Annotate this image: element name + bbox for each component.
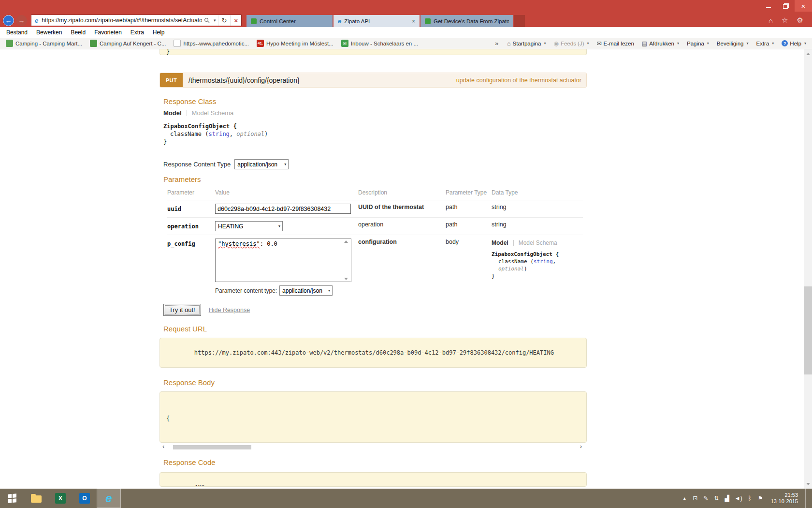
caret-down-icon: ▾ bbox=[707, 41, 709, 45]
tab-close-icon[interactable]: × bbox=[412, 18, 415, 25]
favorite-label: Camping - Camping Mart... bbox=[15, 41, 82, 46]
command-security-button[interactable]: Beveiliging ▾ bbox=[713, 41, 753, 46]
file-explorer-button[interactable] bbox=[24, 489, 48, 508]
back-button[interactable]: ← bbox=[3, 15, 14, 26]
scroll-left-icon[interactable]: ‹ bbox=[162, 443, 164, 449]
operation-select[interactable]: HEATING ▾ bbox=[215, 221, 283, 231]
model-schema-tab[interactable]: Model Schema bbox=[519, 239, 557, 246]
command-label: E-mail lezen bbox=[604, 41, 634, 46]
operation-path[interactable]: /thermostats/{uuid}/config/{operation} bbox=[188, 76, 300, 84]
settings-button[interactable]: ⚙ bbox=[797, 16, 803, 25]
restore-button[interactable] bbox=[777, 0, 795, 12]
favorites-overflow-button[interactable]: » bbox=[490, 40, 503, 47]
scrollbar-thumb[interactable] bbox=[173, 445, 251, 449]
outlook-button[interactable]: O bbox=[72, 489, 97, 508]
excel-icon: X bbox=[55, 493, 66, 504]
param-data-type: string bbox=[492, 200, 583, 218]
property-optional: optional bbox=[236, 131, 264, 137]
p-config-textarea[interactable]: "hysteresis": 0.0 bbox=[215, 239, 351, 282]
try-it-out-button[interactable]: Try it out! bbox=[163, 304, 201, 316]
vertical-scrollbar[interactable] bbox=[804, 49, 812, 489]
command-help-button[interactable]: ? Help ▾ bbox=[778, 40, 810, 46]
tab-control-center[interactable]: Control Center bbox=[246, 15, 333, 27]
scrollbar-thumb[interactable] bbox=[804, 286, 812, 374]
command-page-button[interactable]: Pagina ▾ bbox=[683, 41, 713, 46]
hidden-icons-button[interactable]: ▴ bbox=[682, 495, 688, 502]
start-button[interactable] bbox=[0, 489, 24, 508]
display-icon[interactable]: ⊡ bbox=[692, 495, 698, 502]
response-content-type-select[interactable]: application/json ▾ bbox=[234, 159, 289, 169]
favorite-inbouw-schakelaars[interactable]: ✉ Inbouw - Schakelaars en ... bbox=[337, 38, 422, 49]
favorite-pahedomotic[interactable]: https--www.pahedomotic... bbox=[170, 38, 253, 49]
model-tab[interactable]: Model bbox=[492, 239, 508, 246]
taskbar-clock[interactable]: 21:53 13-10-2015 bbox=[771, 492, 798, 505]
menu-favorieten[interactable]: Favorieten bbox=[90, 29, 126, 36]
favorite-camping-mart[interactable]: Camping - Camping Mart... bbox=[2, 38, 86, 49]
search-icon[interactable] bbox=[202, 17, 212, 23]
new-tab-button[interactable] bbox=[514, 15, 525, 27]
volume-icon[interactable]: ◄) bbox=[735, 495, 742, 502]
excel-button[interactable]: X bbox=[48, 489, 72, 508]
textarea-scrollbar[interactable] bbox=[343, 240, 349, 280]
favicon-icon bbox=[90, 40, 97, 47]
address-bar[interactable]: e https://my.zipato.com/zipato-web/api/#… bbox=[31, 15, 242, 26]
scroll-up-icon[interactable] bbox=[804, 50, 812, 58]
favorites-button[interactable]: ☆ bbox=[782, 16, 788, 25]
parameter-content-type-select[interactable]: application/json ▾ bbox=[279, 285, 333, 296]
menu-bestand[interactable]: Bestand bbox=[2, 29, 32, 36]
uuid-input[interactable] bbox=[215, 204, 351, 214]
menu-beeld[interactable]: Beeld bbox=[66, 29, 90, 36]
tab-favicon-icon bbox=[425, 18, 431, 24]
forward-button[interactable]: → bbox=[16, 15, 27, 26]
favicon-icon: ✉ bbox=[341, 40, 348, 47]
select-caret-icon: ▾ bbox=[278, 224, 280, 228]
hide-response-link[interactable]: Hide Response bbox=[209, 307, 250, 314]
home-button[interactable]: ⌂ bbox=[768, 16, 773, 25]
tab-title: Control Center bbox=[260, 18, 328, 24]
menu-bewerken[interactable]: Bewerken bbox=[32, 29, 66, 36]
bluetooth-icon[interactable]: ᛒ bbox=[747, 495, 753, 502]
command-tools-button[interactable]: Extra ▾ bbox=[752, 41, 778, 46]
command-mail-button[interactable]: ✉ E-mail lezen bbox=[593, 40, 638, 47]
tab-favicon-icon: e bbox=[338, 18, 341, 24]
caret-down-icon: ▾ bbox=[544, 41, 546, 45]
scroll-up-icon[interactable] bbox=[344, 240, 348, 243]
action-center-flag-icon[interactable]: ⚑ bbox=[757, 495, 764, 502]
horizontal-scrollbar[interactable]: ‹ › bbox=[160, 444, 587, 450]
model-property: className (string, optional) bbox=[163, 130, 587, 138]
param-description: configuration bbox=[358, 235, 446, 299]
scroll-right-icon[interactable]: › bbox=[580, 443, 582, 449]
show-desktop-button[interactable] bbox=[805, 489, 809, 508]
address-dropdown-caret-icon[interactable]: ▾ bbox=[212, 18, 218, 23]
favorite-hypo-meeting[interactable]: 41. Hypo Meeting im Möslest... bbox=[253, 38, 337, 49]
internet-explorer-button[interactable]: e bbox=[97, 489, 121, 508]
menu-help[interactable]: Help bbox=[148, 29, 169, 36]
stop-button[interactable]: × bbox=[230, 15, 241, 26]
menu-extra[interactable]: Extra bbox=[126, 29, 148, 36]
property-name: className bbox=[498, 258, 527, 265]
param-row-p-config: p_config "hysteresis": 0.0 Parameter c bbox=[167, 235, 583, 299]
tab-get-device-data[interactable]: Get Device's Data From Zipato'... bbox=[420, 15, 513, 27]
actions-row: Try it out! Hide Response bbox=[163, 304, 587, 316]
favorite-camping-kengert[interactable]: Camping Auf Kengert - C... bbox=[86, 38, 170, 49]
model-schema-tab[interactable]: Model Schema bbox=[192, 109, 234, 117]
command-home-button[interactable]: ⌂ Startpagina ▾ bbox=[503, 40, 550, 47]
network-icon[interactable]: ▟ bbox=[724, 495, 730, 502]
command-label: Help bbox=[790, 41, 801, 46]
close-button[interactable]: × bbox=[795, 0, 812, 12]
response-body-heading: Response Body bbox=[163, 378, 587, 387]
command-print-button[interactable]: ▤ Afdrukken ▾ bbox=[638, 40, 683, 47]
scroll-down-icon[interactable] bbox=[804, 480, 812, 488]
model-tab[interactable]: Model bbox=[163, 109, 182, 117]
address-url-input[interactable]: https://my.zipato.com/zipato-web/api/#!/… bbox=[42, 17, 202, 24]
column-data-type: Data Type bbox=[492, 186, 583, 200]
refresh-button[interactable]: ↻ bbox=[218, 15, 231, 26]
scroll-down-icon[interactable] bbox=[344, 278, 348, 280]
tab-zipato-api[interactable]: e Zipato API × bbox=[334, 15, 420, 27]
command-feeds-button[interactable]: ◉ Feeds (J) ▾ bbox=[550, 40, 593, 47]
selected-value: application/json bbox=[282, 287, 322, 294]
pen-input-icon[interactable]: ✎ bbox=[703, 495, 709, 502]
operation-header[interactable]: PUT /thermostats/{uuid}/config/{operatio… bbox=[160, 73, 587, 88]
minimize-button[interactable] bbox=[760, 0, 777, 12]
sync-icon[interactable]: ⇅ bbox=[713, 495, 720, 502]
